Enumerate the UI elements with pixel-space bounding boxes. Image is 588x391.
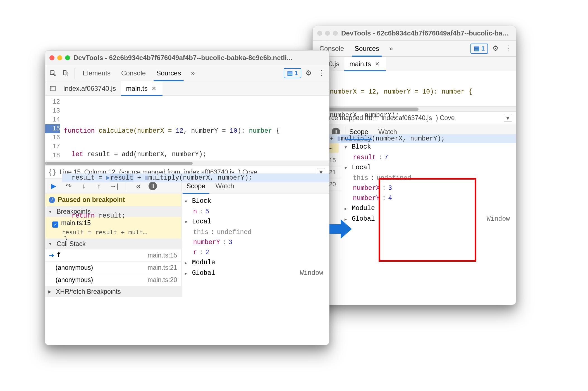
section-xhr[interactable]: XHR/fetch Breakpoints [45, 286, 181, 297]
step-target-icon [145, 176, 148, 180]
inspect-icon[interactable] [47, 68, 58, 79]
scope-global[interactable]: GlobalWindow [185, 268, 326, 279]
traffic-close[interactable] [317, 31, 322, 36]
close-icon[interactable]: ✕ [374, 61, 381, 67]
tab-elements[interactable]: Elements [78, 65, 115, 81]
h-scrollbar[interactable] [45, 161, 329, 166]
file-tabs: index.af063740.js main.ts ✕ [45, 81, 329, 96]
traffic-close[interactable] [49, 55, 54, 60]
messages-badge[interactable]: ▤ 1 [470, 44, 488, 54]
chat-icon: ▤ [474, 45, 480, 52]
tabs-overflow-icon[interactable]: » [187, 65, 199, 81]
tab-scope[interactable]: Scope [344, 124, 373, 139]
tab-scope[interactable]: Scope [181, 178, 211, 194]
arrow-icon [329, 219, 352, 239]
titlebar: DevTools - 62c6b934c4b7f676049af4b7--buc… [45, 51, 329, 65]
gear-icon[interactable]: ⚙ [303, 69, 314, 77]
traffic-min[interactable] [325, 31, 330, 36]
code-editor[interactable]: ate(numberX = 12, numberY = 10): number … [313, 71, 516, 106]
line-gutter[interactable]: 12 13 14 15 16 17 18 [45, 96, 62, 161]
messages-badge[interactable]: ▤ 1 [284, 68, 301, 78]
format-icon[interactable]: { } [49, 168, 56, 176]
tab-sources[interactable]: Sources [152, 65, 185, 81]
chat-icon: ▤ [287, 70, 293, 77]
checkbox-icon[interactable]: ✓ [52, 221, 58, 228]
traffic-lights [49, 55, 70, 60]
tab-watch[interactable]: Watch [373, 124, 402, 139]
code-editor[interactable]: 12 13 14 15 16 17 18 function calculate(… [45, 96, 329, 161]
devtools-window-back: DevTools - 62c6b934c4b7f676049af4b7--buc… [312, 26, 516, 305]
exec-pointer-icon [106, 176, 110, 180]
traffic-lights [317, 31, 338, 36]
titlebar: DevTools - 62c6b934c4b7f676049af4b7--buc… [313, 26, 516, 40]
file-tabs: 3740.js main.ts ✕ [313, 57, 516, 71]
main-tabs: Console Sources » ▤ 1 ⚙ ⋮ [313, 40, 516, 57]
kebab-icon[interactable]: ⋮ [316, 69, 327, 77]
device-icon[interactable] [60, 68, 71, 79]
close-icon[interactable]: ✕ [150, 85, 157, 92]
file-tab-main[interactable]: main.ts ✕ [344, 57, 386, 71]
info-icon: i [49, 197, 55, 203]
devtools-window-front: DevTools - 62c6b934c4b7f676049af4b7--buc… [45, 50, 329, 345]
callstack-item[interactable]: (anonymous) main.ts:21 [45, 262, 181, 274]
gear-icon[interactable]: ⚙ [490, 44, 501, 53]
tabs-overflow-icon[interactable]: » [385, 40, 397, 56]
h-scrollbar[interactable] [313, 106, 516, 111]
badge-count: 1 [481, 45, 485, 52]
traffic-min[interactable] [57, 55, 62, 60]
badge-count: 1 [295, 70, 298, 77]
traffic-max[interactable] [65, 55, 70, 60]
code-lines[interactable]: function calculate(numberX = 12, numberY… [62, 96, 329, 161]
step-target-icon [338, 137, 340, 141]
file-tab-index[interactable]: index.af063740.js [58, 81, 121, 96]
tab-watch[interactable]: Watch [211, 178, 239, 194]
callstack-item[interactable]: (anonymous) main.ts:20 [45, 274, 181, 286]
scope-module[interactable]: Module [185, 258, 326, 268]
navigator-toggle-icon[interactable] [47, 83, 58, 94]
tab-sources[interactable]: Sources [350, 40, 384, 56]
scope-local[interactable]: Local [345, 163, 513, 173]
tab-console[interactable]: Console [117, 65, 150, 81]
main-tabs: Elements Console Sources » ▤ 1 ⚙ ⋮ [45, 65, 329, 81]
resume-icon[interactable]: ▶ [49, 181, 58, 191]
kebab-icon[interactable]: ⋮ [503, 44, 514, 53]
file-tab-main[interactable]: main.ts ✕ [121, 81, 162, 96]
current-frame-icon: ➔ [49, 252, 54, 259]
traffic-max[interactable] [333, 31, 338, 36]
highlight-box [379, 178, 476, 262]
window-title: DevTools - 62c6b934c4b7f676049af4b7--buc… [73, 54, 325, 62]
window-title: DevTools - 62c6b934c4b7f676049af4b7--buc… [341, 29, 511, 37]
